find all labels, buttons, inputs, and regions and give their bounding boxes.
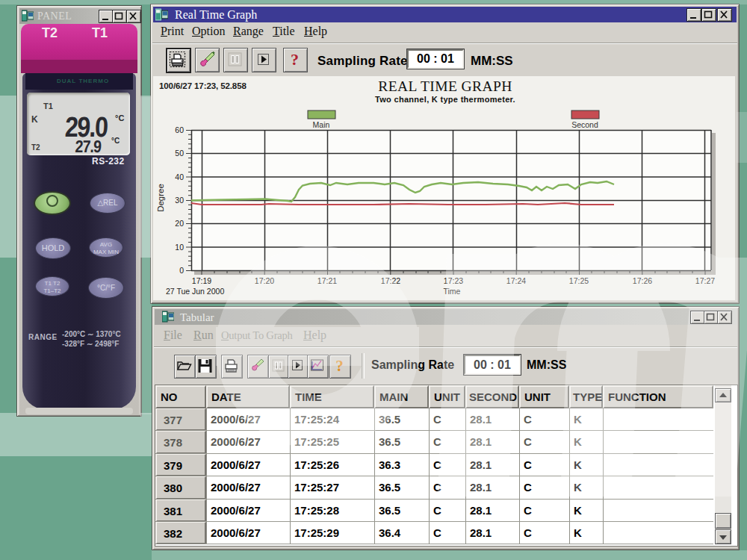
svg-text:17:20: 17:20 xyxy=(255,276,274,285)
svg-text:50: 50 xyxy=(175,149,184,158)
svg-text:20: 20 xyxy=(175,219,184,228)
svg-text:40: 40 xyxy=(175,172,184,181)
svg-text:17:26: 17:26 xyxy=(633,276,652,285)
svg-text:17:27: 17:27 xyxy=(695,276,715,285)
svg-text:10: 10 xyxy=(175,243,184,252)
svg-text:17:22: 17:22 xyxy=(381,276,400,285)
svg-text:17:19: 17:19 xyxy=(192,276,211,285)
svg-text:30: 30 xyxy=(175,196,184,205)
svg-text:REAL TIME GRAPH: REAL TIME GRAPH xyxy=(378,78,512,94)
svg-text:17:25: 17:25 xyxy=(569,276,589,285)
svg-text:?: ? xyxy=(291,50,299,69)
svg-text:?: ? xyxy=(335,357,344,375)
svg-text:Degree: Degree xyxy=(156,184,165,212)
svg-text:60: 60 xyxy=(175,125,184,134)
svg-text:Two channel, K type thermomete: Two channel, K type thermometer. xyxy=(375,95,515,104)
svg-text:0: 0 xyxy=(179,266,184,275)
svg-text:Main: Main xyxy=(313,120,330,129)
svg-text:17:23: 17:23 xyxy=(444,276,463,285)
svg-text:Time: Time xyxy=(444,287,461,296)
svg-text:Second: Second xyxy=(571,120,598,129)
svg-text:100/6/27 17:23, 52.858: 100/6/27 17:23, 52.858 xyxy=(159,81,247,90)
svg-text:17:21: 17:21 xyxy=(317,276,337,285)
svg-text:27 Tue Jun 2000: 27 Tue Jun 2000 xyxy=(166,287,224,296)
svg-text:17:24: 17:24 xyxy=(506,276,526,285)
